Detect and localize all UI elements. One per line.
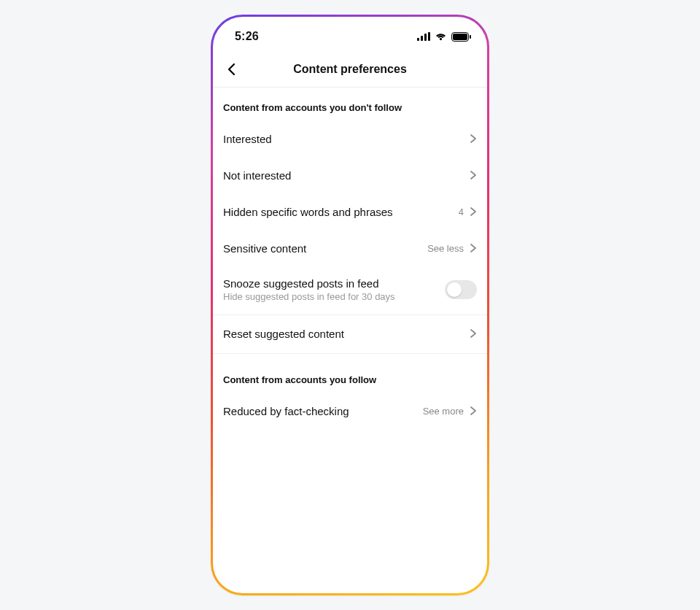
row-label: Sensitive content — [223, 242, 306, 255]
chevron-right-icon — [470, 328, 477, 339]
page-title: Content preferences — [293, 63, 407, 76]
phone-screen: 5:26 — [213, 17, 487, 593]
row-value: See less — [427, 243, 464, 254]
section-header-followed: Content from accounts you follow — [213, 354, 487, 393]
row-value: 4 — [459, 206, 464, 217]
phone-frame: 5:26 — [211, 15, 489, 595]
chevron-right-icon — [470, 406, 477, 416]
nav-bar: Content preferences — [213, 52, 487, 88]
row-label: Snooze suggested posts in feed — [223, 277, 395, 290]
battery-icon — [451, 32, 471, 42]
row-label: Reset suggested content — [223, 328, 344, 340]
wifi-icon — [435, 32, 447, 41]
chevron-left-icon — [227, 62, 237, 77]
status-time: 5:26 — [235, 30, 259, 43]
row-value: See more — [423, 406, 464, 417]
row-sublabel: Hide suggested posts in feed for 30 days — [223, 291, 395, 302]
chevron-right-icon — [470, 243, 477, 253]
row-interested[interactable]: Interested — [213, 120, 487, 157]
status-indicators — [417, 32, 471, 42]
row-label: Hidden specific words and phrases — [223, 206, 393, 218]
chevron-right-icon — [470, 170, 477, 180]
chevron-right-icon — [470, 134, 477, 144]
row-label: Interested — [223, 133, 272, 145]
content-scroll[interactable]: Content from accounts you don't follow I… — [213, 88, 487, 593]
row-hidden-words[interactable]: Hidden specific words and phrases 4 — [213, 193, 487, 230]
svg-rect-3 — [428, 32, 430, 41]
row-label: Reduced by fact-checking — [223, 405, 349, 417]
svg-rect-5 — [453, 34, 467, 40]
cellular-icon — [417, 32, 430, 41]
chevron-right-icon — [470, 206, 477, 217]
row-not-interested[interactable]: Not interested — [213, 157, 487, 193]
svg-rect-0 — [417, 38, 419, 41]
row-fact-checking[interactable]: Reduced by fact-checking See more — [213, 393, 487, 429]
back-button[interactable] — [220, 58, 244, 81]
row-sensitive-content[interactable]: Sensitive content See less — [213, 230, 487, 266]
row-snooze-suggested[interactable]: Snooze suggested posts in feed Hide sugg… — [213, 266, 487, 313]
status-bar: 5:26 — [213, 17, 487, 52]
section-header-unfollowed: Content from accounts you don't follow — [213, 88, 487, 120]
row-label: Not interested — [223, 169, 291, 182]
snooze-toggle[interactable] — [445, 280, 477, 299]
svg-rect-6 — [470, 35, 471, 39]
svg-rect-2 — [424, 34, 427, 41]
row-reset-suggested[interactable]: Reset suggested content — [213, 315, 487, 352]
svg-rect-1 — [421, 36, 423, 41]
